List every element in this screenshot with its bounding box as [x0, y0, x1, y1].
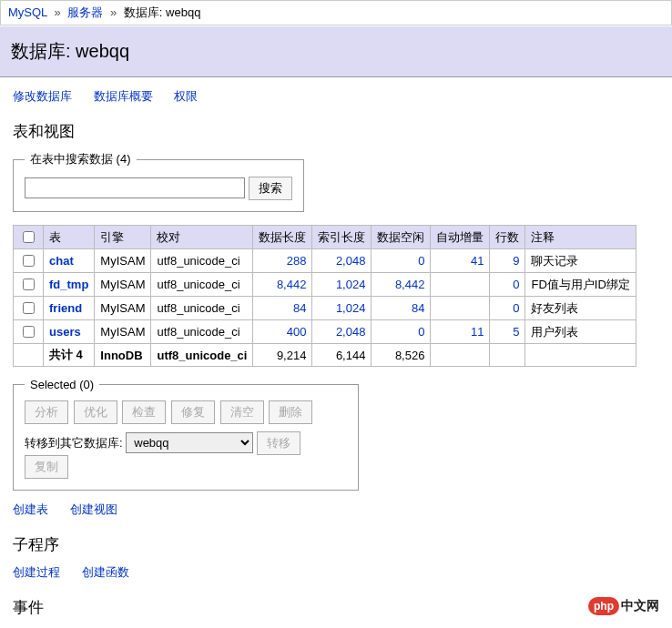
totals-data-length: 9,214 [253, 344, 312, 367]
cell-comment: 聊天记录 [525, 249, 636, 273]
table-link[interactable]: users [49, 325, 81, 339]
cell-data-free: 0 [372, 320, 431, 344]
totals-data-free: 8,526 [372, 344, 431, 367]
cell-auto-increment: 41 [431, 249, 490, 273]
totals-engine: InnoDB [95, 344, 151, 367]
cell-comment: 用户列表 [525, 320, 636, 344]
totals-row: 共计 4 InnoDB utf8_unicode_ci 9,214 6,144 … [14, 344, 636, 367]
cell-collation: utf8_unicode_ci [151, 249, 253, 273]
cell-auto-increment [431, 273, 490, 297]
col-index-length[interactable]: 索引长度 [312, 226, 372, 249]
cell-index-length: 1,024 [312, 297, 372, 320]
link-create-procedure[interactable]: 创建过程 [13, 565, 60, 579]
cell-collation: utf8_unicode_ci [151, 297, 253, 320]
row-checkbox[interactable] [23, 302, 35, 314]
cell-data-free: 8,442 [372, 273, 431, 297]
cell-comment: 好友列表 [525, 297, 636, 320]
cell-rows: 0 [490, 273, 525, 297]
table-link[interactable]: friend [49, 301, 82, 315]
table-link[interactable]: fd_tmp [49, 278, 88, 291]
selected-fieldset: Selected (0) 分析 优化 检查 修复 清空 删除 转移到其它数据库:… [13, 378, 359, 491]
cell-data-length: 8,442 [253, 273, 312, 297]
search-button[interactable] [249, 177, 292, 200]
top-links: 修改数据库 数据库概要 权限 [13, 88, 659, 105]
col-auto-increment[interactable]: 自动增量 [431, 226, 490, 249]
cell-index-length: 2,048 [312, 249, 372, 273]
cell-engine: MyISAM [95, 320, 151, 344]
totals-collation: utf8_unicode_ci [151, 344, 253, 367]
drop-button[interactable]: 删除 [269, 400, 312, 424]
col-comment[interactable]: 注释 [525, 226, 636, 249]
table-row: usersMyISAMutf8_unicode_ci4002,0480115用户… [14, 320, 636, 344]
link-create-function[interactable]: 创建函数 [82, 565, 129, 579]
table-link[interactable]: chat [49, 254, 74, 268]
col-data-free[interactable]: 数据空闲 [372, 226, 431, 249]
link-db-schema[interactable]: 数据库概要 [94, 89, 153, 103]
analyze-button[interactable]: 分析 [25, 400, 68, 424]
cell-auto-increment: 11 [431, 320, 490, 344]
check-all[interactable] [23, 231, 35, 243]
cell-index-length: 1,024 [312, 273, 372, 297]
cell-data-free: 84 [372, 297, 431, 320]
brand-text: 中文网 [621, 598, 659, 614]
row-checkbox[interactable] [23, 326, 35, 338]
cell-engine: MyISAM [95, 273, 151, 297]
cell-rows: 0 [490, 297, 525, 320]
cell-auto-increment [431, 297, 490, 320]
truncate-button[interactable]: 清空 [220, 400, 264, 424]
cell-engine: MyISAM [95, 297, 151, 320]
cell-engine: MyISAM [95, 249, 151, 273]
selected-legend: Selected (0) [25, 378, 99, 391]
col-checkbox [14, 226, 44, 249]
table-row: friendMyISAMutf8_unicode_ci841,024840好友列… [14, 297, 636, 320]
cell-data-length: 400 [253, 320, 312, 344]
breadcrumb-db-label: 数据库: [124, 5, 166, 19]
link-alter-db[interactable]: 修改数据库 [13, 89, 72, 103]
brand-badge: php [588, 597, 619, 615]
cell-comment: FD值与用户ID绑定 [525, 273, 636, 297]
row-checkbox[interactable] [23, 255, 35, 267]
copy-button[interactable]: 复制 [25, 455, 68, 479]
row-checkbox[interactable] [23, 279, 35, 290]
breadcrumb-sep: » [54, 5, 60, 19]
cell-rows: 9 [490, 249, 525, 273]
cell-index-length: 2,048 [312, 320, 372, 344]
section-tables-views: 表和视图 [13, 121, 659, 142]
optimize-button[interactable]: 优化 [74, 400, 117, 424]
breadcrumb-db-name: webqq [166, 5, 200, 19]
breadcrumb-sep: » [110, 5, 117, 19]
brand-logo: php 中文网 [588, 597, 659, 615]
col-data-length[interactable]: 数据长度 [253, 226, 312, 249]
cell-data-free: 0 [372, 249, 431, 273]
breadcrumb-server[interactable]: 服务器 [67, 5, 103, 19]
cell-data-length: 288 [253, 249, 312, 273]
breadcrumb-mysql[interactable]: MySQL [8, 5, 47, 19]
move-label: 转移到其它数据库: [25, 436, 123, 450]
check-button[interactable]: 检查 [122, 400, 166, 424]
search-fieldset: 在表中搜索数据 (4) [13, 151, 304, 212]
col-engine[interactable]: 引擎 [95, 226, 151, 249]
section-events: 事件 [13, 597, 659, 618]
cell-collation: utf8_unicode_ci [151, 273, 253, 297]
search-input[interactable] [25, 177, 245, 198]
section-routines: 子程序 [13, 534, 659, 555]
link-create-table[interactable]: 创建表 [13, 502, 48, 516]
col-rows[interactable]: 行数 [490, 226, 525, 249]
move-target-select[interactable]: webqq [126, 432, 253, 453]
cell-data-length: 84 [253, 297, 312, 320]
col-table[interactable]: 表 [44, 226, 95, 249]
cell-rows: 5 [490, 320, 525, 344]
breadcrumb: MySQL » 服务器 » 数据库: webqq [0, 0, 672, 25]
cell-collation: utf8_unicode_ci [151, 320, 253, 344]
link-create-view[interactable]: 创建视图 [70, 502, 117, 516]
repair-button[interactable]: 修复 [171, 400, 215, 424]
move-button[interactable]: 转移 [257, 431, 300, 455]
tables-table: 表 引擎 校对 数据长度 索引长度 数据空闲 自动增量 行数 注释 chatMy… [13, 225, 636, 367]
col-collation[interactable]: 校对 [151, 226, 253, 249]
search-legend: 在表中搜索数据 (4) [25, 151, 137, 167]
totals-label: 共计 4 [44, 344, 95, 367]
table-row: fd_tmpMyISAMutf8_unicode_ci8,4421,0248,4… [14, 273, 636, 297]
totals-index-length: 6,144 [312, 344, 372, 367]
page-title: 数据库: webqq [0, 26, 672, 77]
link-privileges[interactable]: 权限 [174, 89, 198, 103]
